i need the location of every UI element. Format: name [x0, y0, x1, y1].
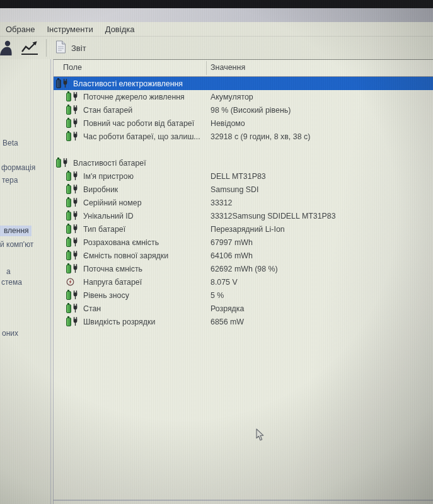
sidebar-item[interactable]: оних [2, 329, 18, 338]
field-label: Стан [83, 304, 101, 313]
report-button[interactable]: Звіт [52, 38, 90, 57]
properties-table: Поле Значення Властивості електроживленн… [53, 59, 433, 504]
table-row[interactable]: Властивості електроживлення [54, 77, 433, 90]
toolbar: Звіт [0, 36, 433, 59]
value-label: Samsung SDI [211, 185, 258, 194]
field-label: Розрахована ємність [83, 238, 159, 247]
battery-plug-icon [66, 238, 80, 247]
field-label: Властивості електроживлення [73, 79, 183, 88]
value-label: 8.075 V [211, 278, 238, 287]
field-label: Поточне джерело живлення [83, 93, 185, 101]
column-separator[interactable] [206, 61, 207, 75]
battery-plug-icon [66, 317, 80, 326]
field-label: Швидкість розрядки [83, 318, 155, 326]
table-spacer-row [54, 143, 433, 156]
battery-plug-icon [66, 198, 80, 207]
value-label: Перезарядний Li-Ion [211, 225, 285, 234]
field-label: Ім'я пристрою [83, 172, 134, 181]
battery-plug-icon [66, 211, 80, 220]
value-label: 32918 с (9 годин, 8 хв, 38 с) [211, 132, 310, 141]
field-label: Виробник [83, 185, 118, 194]
battery-plug-icon [66, 105, 80, 115]
field-label: Властивості батареї [73, 159, 146, 168]
field-label: Напруга батареї [83, 278, 142, 287]
value-label: 33312Samsung SDIDELL MT31P83 [211, 212, 336, 220]
table-row[interactable]: Розрахована ємність67997 mWh [54, 236, 433, 249]
value-label: DELL MT31P83 [211, 172, 266, 181]
report-label: Звіт [71, 43, 86, 53]
battery-plug-icon [66, 224, 80, 234]
field-label: Стан батарей [83, 106, 132, 115]
menu-bar: Обране Інструменти Довідка [0, 22, 433, 36]
battery-plug-icon [56, 79, 70, 88]
table-body: Властивості електроживленняПоточне джере… [54, 77, 433, 328]
sidebar-item[interactable]: тера [2, 176, 18, 185]
user-icon[interactable] [0, 40, 16, 56]
value-label: 67997 mWh [211, 238, 253, 247]
battery-plug-icon [66, 118, 80, 128]
table-row[interactable]: Швидкість розрядки6856 mW [54, 315, 433, 328]
toolbar-separator [46, 39, 47, 57]
value-label: 62692 mWh (98 %) [211, 265, 278, 273]
table-row[interactable]: Повний час роботи від батареїНевідомо [54, 117, 433, 130]
table-row[interactable]: Властивості батареї [54, 156, 433, 169]
column-header-value[interactable]: Значення [211, 63, 245, 72]
table-header: Поле Значення [54, 60, 433, 77]
mouse-cursor [256, 428, 265, 444]
battery-plug-icon [66, 171, 80, 181]
field-label: Рівень зносу [83, 291, 129, 300]
sidebar-item[interactable]: стема [1, 278, 22, 287]
battery-plug-icon [66, 185, 80, 194]
table-row[interactable]: Поточне джерело живленняАкумулятор [54, 90, 433, 103]
window-titlebar [0, 8, 433, 22]
table-row[interactable]: Напруга батареї8.075 V [54, 275, 433, 289]
voltage-icon [66, 278, 80, 286]
table-row[interactable]: Серійний номер33312 [54, 196, 433, 209]
field-label: Поточна ємність [83, 265, 142, 273]
value-label: 5 % [211, 291, 224, 300]
field-label: Ємність повної зарядки [83, 251, 168, 260]
menu-item-favorites[interactable]: Обране [6, 25, 35, 34]
sidebar-tree: Beta формація тера влення й комп'ют а ст… [0, 59, 51, 504]
battery-plug-icon [56, 158, 70, 168]
sidebar-item[interactable]: Beta [3, 139, 18, 147]
battery-plug-icon [66, 251, 80, 260]
battery-plug-icon [66, 264, 80, 273]
screen-photo: Обране Інструменти Довідка [0, 0, 433, 504]
value-label: Невідомо [211, 119, 245, 128]
table-row[interactable]: Унікальний ID33312Samsung SDIDELL MT31P8… [54, 209, 433, 222]
value-label: Акумулятор [211, 93, 253, 101]
battery-plug-icon [66, 92, 80, 101]
field-label: Унікальний ID [83, 212, 134, 220]
value-label: 64106 mWh [211, 251, 253, 260]
table-row[interactable]: ВиробникSamsung SDI [54, 183, 433, 196]
table-row[interactable]: Час роботи батареї, що залиш...32918 с (… [54, 130, 433, 143]
menu-item-tools[interactable]: Інструменти [47, 25, 93, 34]
field-label: Час роботи батареї, що залиш... [83, 132, 200, 141]
battery-plug-icon [66, 290, 80, 300]
sidebar-item[interactable]: й комп'ют [0, 240, 33, 249]
table-row[interactable]: СтанРозрядка [54, 302, 433, 315]
table-row[interactable]: Ім'я пристроюDELL MT31P83 [54, 169, 433, 183]
document-icon [55, 40, 66, 55]
table-row[interactable]: Ємність повної зарядки64106 mWh [54, 249, 433, 262]
table-row[interactable]: Тип батареїПерезарядний Li-Ion [54, 222, 433, 236]
field-label: Повний час роботи від батареї [83, 119, 194, 128]
screen-bezel [0, 0, 433, 8]
table-row[interactable]: Поточна ємність62692 mWh (98 %) [54, 262, 433, 275]
battery-plug-icon [66, 304, 80, 313]
sidebar-item[interactable]: формація [1, 163, 35, 172]
value-label: 98 % (Високий рівень) [211, 106, 291, 115]
window-bottom-edge [53, 500, 433, 501]
sidebar-item-selected[interactable]: влення [0, 226, 32, 236]
table-row[interactable]: Стан батарей98 % (Високий рівень) [54, 103, 433, 117]
table-row[interactable]: Рівень зносу5 % [54, 289, 433, 302]
value-label: Розрядка [211, 304, 244, 313]
line-chart-icon[interactable] [20, 40, 40, 56]
field-label: Тип батареї [83, 225, 125, 234]
value-label: 6856 mW [211, 318, 244, 326]
sidebar-item[interactable]: а [6, 267, 11, 276]
value-label: 33312 [211, 198, 232, 207]
column-header-field[interactable]: Поле [63, 63, 82, 72]
menu-item-help[interactable]: Довідка [105, 25, 135, 34]
